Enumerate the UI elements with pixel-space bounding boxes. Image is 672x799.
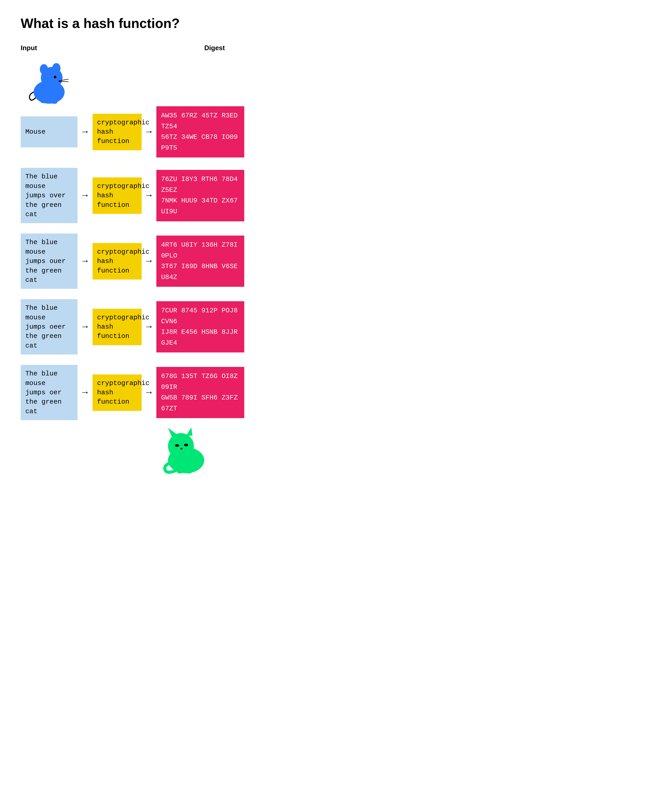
- svg-marker-13: [186, 428, 192, 436]
- hash-box-2: cryptographic hash function: [93, 243, 142, 280]
- svg-point-16: [181, 448, 182, 449]
- hash-box-0: cryptographic hash function: [93, 114, 142, 150]
- arrow1-2: →: [78, 256, 93, 267]
- svg-point-4: [54, 76, 56, 78]
- digest-box-1: 76ZU I8Y3 RTH6 78D4 Z5EZ 7NMK HUU9 34TD …: [156, 170, 244, 221]
- arrow2-1: →: [142, 190, 157, 201]
- arrow1-4: →: [78, 387, 93, 398]
- hash-box-1: cryptographic hash function: [93, 178, 142, 214]
- svg-point-8: [40, 99, 46, 103]
- svg-rect-18: [186, 469, 192, 474]
- digest-box-4: 678G 135T TZ6G OI8Z 09IR GW5B 789I SFH6 …: [156, 367, 244, 418]
- cat-svg: [152, 423, 210, 474]
- rows-container: Mouse→cryptographic hash function→AW35 6…: [21, 106, 238, 420]
- row-row-2: The blue mouse jumps ouer the green cat→…: [21, 234, 238, 289]
- arrow2-3: →: [142, 322, 157, 332]
- svg-point-3: [52, 63, 61, 74]
- hash-box-4: cryptographic hash function: [93, 375, 142, 411]
- input-box-0: Mouse: [21, 116, 78, 147]
- arrow2-0: →: [142, 127, 157, 137]
- input-box-2: The blue mouse jumps ouer the green cat: [21, 234, 78, 289]
- arrow1-0: →: [78, 127, 93, 137]
- svg-point-2: [40, 64, 48, 74]
- page-title: What is a hash function?: [21, 16, 238, 31]
- arrow2-4: →: [142, 387, 157, 398]
- mouse-svg: [29, 58, 70, 104]
- digest-label: Digest: [205, 44, 225, 52]
- input-box-1: The blue mouse jumps over the green cat: [21, 168, 78, 223]
- svg-rect-17: [177, 469, 183, 474]
- row-row-1: The blue mouse jumps over the green cat→…: [21, 168, 238, 223]
- arrow1-3: →: [78, 322, 93, 332]
- digest-box-0: AW35 67RZ 45TZ R3ED TZ54 56TZ 34WE CB78 …: [156, 106, 244, 157]
- input-label: Input: [21, 44, 37, 52]
- input-box-3: The blue mouse jumps oeer the green cat: [21, 299, 78, 354]
- digest-box-2: 4RT6 U8IY 136H Z78I 0PLO 3T67 I89D 8HNB …: [156, 235, 244, 287]
- arrow1-1: →: [78, 190, 93, 201]
- row-row-mouse: Mouse→cryptographic hash function→AW35 6…: [21, 106, 238, 157]
- row-row-3: The blue mouse jumps oeer the green cat→…: [21, 299, 238, 354]
- arrow2-2: →: [142, 256, 157, 267]
- cat-illustration: [124, 423, 238, 474]
- row-row-4: The blue mouse jumps oer the green cat→c…: [21, 365, 238, 420]
- svg-point-14: [175, 444, 179, 447]
- input-box-4: The blue mouse jumps oer the green cat: [21, 365, 78, 420]
- digest-box-3: 7CUR 8745 912P POJ8 CVN6 IJ8R E456 HSNB …: [156, 301, 244, 352]
- hash-box-3: cryptographic hash function: [93, 309, 142, 345]
- mouse-illustration: [21, 57, 238, 104]
- svg-point-15: [184, 444, 188, 446]
